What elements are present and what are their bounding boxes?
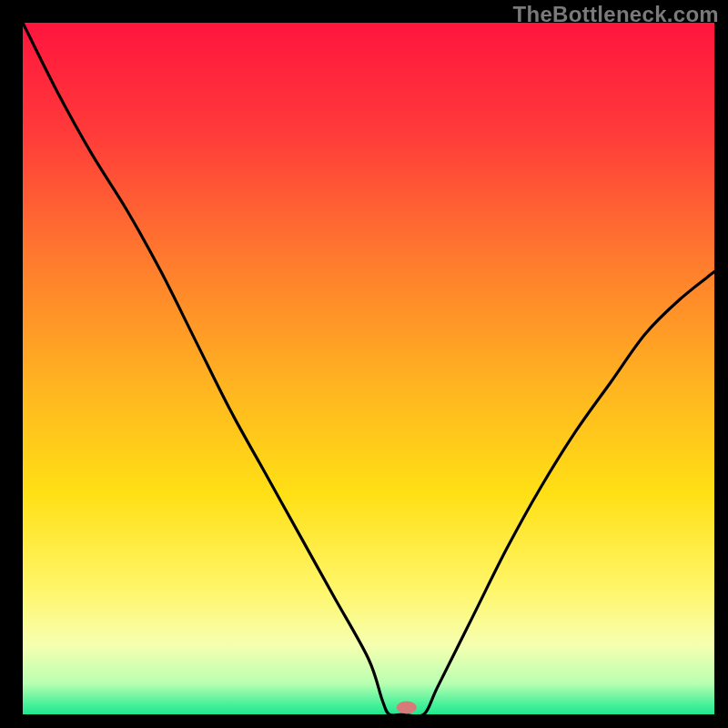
plot-background bbox=[23, 23, 714, 714]
bottleneck-plot bbox=[0, 0, 728, 728]
chart-stage: TheBottleneck.com bbox=[0, 0, 728, 728]
optimum-marker bbox=[397, 701, 417, 713]
watermark-text: TheBottleneck.com bbox=[513, 2, 719, 27]
